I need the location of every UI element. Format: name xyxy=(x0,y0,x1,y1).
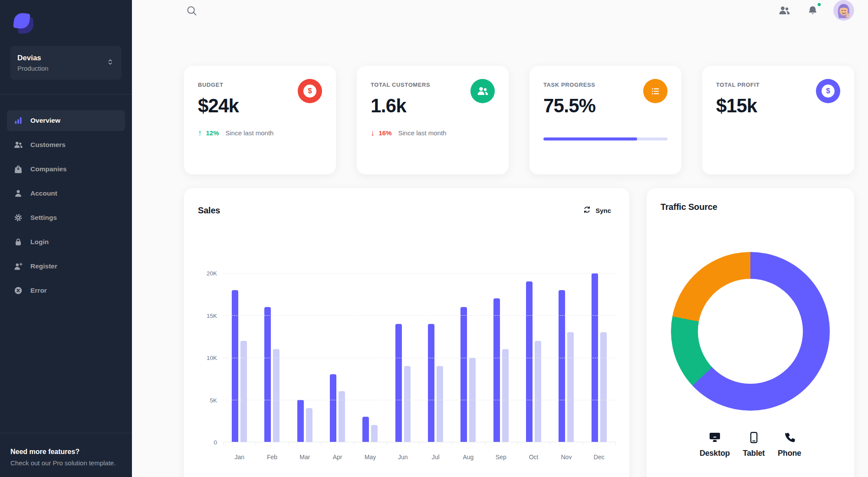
device-tablet: Tablet xyxy=(743,430,765,458)
y-axis-label: 10K xyxy=(207,355,217,361)
content: BUDGET $24k $ ↑ 12% Since last month xyxy=(132,21,868,477)
sales-bar xyxy=(535,341,541,442)
sales-bar xyxy=(371,425,378,442)
stat-label: TOTAL CUSTOMERS xyxy=(371,82,430,88)
users-icon xyxy=(470,79,495,103)
axis-tick xyxy=(256,442,256,445)
x-circle-icon xyxy=(13,285,23,296)
sales-bar xyxy=(502,349,509,442)
main-area: BUDGET $24k $ ↑ 12% Since last month xyxy=(132,0,868,477)
sidebar-item-account[interactable]: Account xyxy=(7,183,125,204)
axis-tick xyxy=(387,442,387,445)
stat-value: 75.5% xyxy=(543,95,595,117)
sales-bar xyxy=(428,324,434,442)
x-axis-label: Aug xyxy=(452,454,484,461)
sidebar-item-overview[interactable]: Overview xyxy=(7,110,125,131)
task-progress-bar xyxy=(543,137,667,140)
sidebar-item-login[interactable]: Login xyxy=(7,232,125,252)
x-axis-label: Oct xyxy=(517,454,550,461)
sidebar-item-register[interactable]: Register xyxy=(7,256,125,277)
trend-caption: Since last month xyxy=(398,129,447,137)
trend-up-icon: ↑ xyxy=(198,129,202,137)
sidebar-item-customers[interactable]: Customers xyxy=(7,134,125,155)
sales-bar xyxy=(437,366,443,442)
stat-value: $15k xyxy=(716,95,760,117)
y-axis-label: 5K xyxy=(210,397,217,403)
workspace-selector[interactable]: Devias Production xyxy=(10,46,122,80)
user-icon xyxy=(13,188,23,199)
x-axis-label: Dec xyxy=(583,454,615,461)
sync-label: Sync xyxy=(595,207,611,214)
x-axis-label: Jan xyxy=(223,454,256,461)
list-icon xyxy=(643,79,667,103)
user-plus-icon xyxy=(13,261,23,271)
task-progress-card: TASK PROGRESS 75.5% xyxy=(529,66,681,174)
search-icon[interactable] xyxy=(184,3,199,18)
axis-tick xyxy=(517,442,518,445)
sidebar-item-error[interactable]: Error xyxy=(7,280,125,301)
footer-subtitle: Check out our Pro solution template. xyxy=(10,459,122,467)
y-axis-label: 0 xyxy=(214,439,217,446)
sales-bar xyxy=(240,341,247,442)
notifications-bell-icon[interactable] xyxy=(805,3,820,18)
stat-value: 1.6k xyxy=(371,95,430,117)
topbar xyxy=(132,0,868,21)
budget-card: BUDGET $24k $ ↑ 12% Since last month xyxy=(184,66,336,174)
axis-tick xyxy=(289,442,289,445)
device-desktop: Desktop xyxy=(700,430,730,458)
y-axis-label: 15K xyxy=(207,312,217,319)
sales-bar xyxy=(306,408,312,442)
y-axis-label: 20K xyxy=(207,270,217,277)
traffic-title: Traffic Source xyxy=(661,202,840,212)
x-axis-label: Apr xyxy=(321,454,354,461)
workspace-environment: Production xyxy=(17,65,49,72)
traffic-source-card: Traffic Source Desktop Tablet Phone xyxy=(647,188,854,477)
plot-area xyxy=(223,273,615,442)
sales-card: Sales Sync 05K10K15K20K xyxy=(184,188,629,477)
device-legend: Desktop Tablet Phone xyxy=(661,430,840,458)
bar-chart-icon xyxy=(13,115,23,126)
stat-value: $24k xyxy=(198,95,239,117)
sales-bar xyxy=(339,391,345,442)
stat-label: TASK PROGRESS xyxy=(543,82,595,88)
trend-value: 12% xyxy=(206,129,219,137)
charts-row: Sales Sync 05K10K15K20K xyxy=(184,188,854,477)
devias-logo[interactable] xyxy=(14,13,35,34)
sidebar-item-companies[interactable]: Companies xyxy=(7,159,125,180)
contacts-users-icon[interactable] xyxy=(776,3,792,18)
axis-tick xyxy=(550,442,550,445)
tablet-icon xyxy=(743,430,765,444)
phone-icon xyxy=(778,430,801,444)
y-axis: 05K10K15K20K xyxy=(198,273,217,442)
sidebar-nav: Overview Customers Companies Account Set… xyxy=(0,95,132,308)
gridline xyxy=(223,315,615,316)
traffic-donut-chart xyxy=(671,252,830,411)
bag-icon xyxy=(13,164,23,174)
stats-row: BUDGET $24k $ ↑ 12% Since last month xyxy=(184,66,854,174)
axis-tick xyxy=(223,442,224,445)
sidebar-item-settings[interactable]: Settings xyxy=(7,207,125,228)
axis-tick xyxy=(615,442,616,445)
total-customers-card: TOTAL CUSTOMERS 1.6k ↓ 16% Since last mo… xyxy=(357,66,509,174)
sales-bar xyxy=(297,400,304,442)
sales-bar xyxy=(273,349,279,442)
lock-icon xyxy=(13,237,23,247)
dollar-icon: $ xyxy=(298,79,322,103)
sync-button[interactable]: Sync xyxy=(579,202,615,219)
trend-down-icon: ↓ xyxy=(371,129,375,137)
sales-bar xyxy=(526,281,533,442)
user-avatar[interactable] xyxy=(833,0,854,21)
sales-bar xyxy=(330,374,336,442)
gridline xyxy=(223,400,615,400)
dollar-icon: $ xyxy=(816,79,840,103)
workspace-name: Devias xyxy=(17,54,49,62)
x-axis-label: Mar xyxy=(289,454,321,461)
x-axis-label: Sep xyxy=(485,454,517,461)
device-phone: Phone xyxy=(778,430,801,458)
sales-bar xyxy=(460,307,467,442)
trend-caption: Since last month xyxy=(226,129,274,137)
app-root: Devias Production Overview Customers Com… xyxy=(0,0,868,477)
axis-tick xyxy=(452,442,452,445)
x-axis-label: Nov xyxy=(550,454,582,461)
axis-tick xyxy=(419,442,420,445)
